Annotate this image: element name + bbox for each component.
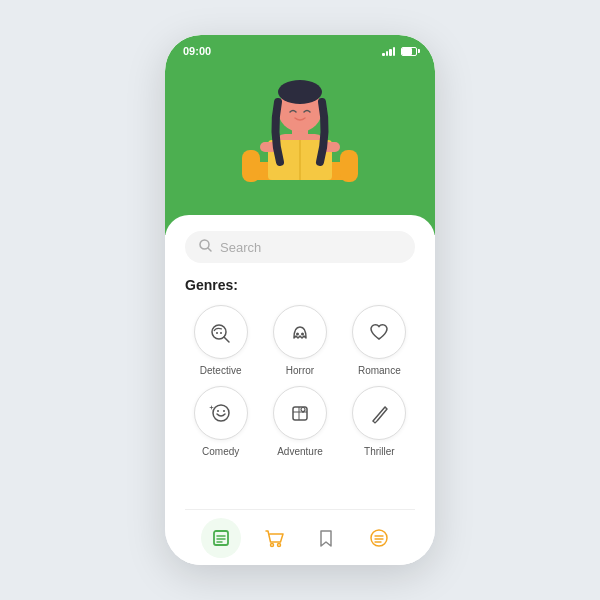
nav-item-bookmark[interactable] (306, 518, 346, 558)
svg-point-30 (371, 530, 387, 546)
content-area: Search Genres: Detec (165, 215, 435, 565)
genre-label-detective: Detective (200, 365, 242, 376)
genre-circle-adventure (273, 386, 327, 440)
svg-rect-1 (242, 150, 260, 182)
svg-point-18 (301, 333, 304, 336)
svg-line-14 (224, 337, 229, 342)
genre-circle-thriller (352, 386, 406, 440)
genre-label-adventure: Adventure (277, 446, 323, 457)
character-illustration (165, 57, 435, 212)
search-icon (199, 239, 212, 255)
genres-title: Genres: (185, 277, 415, 293)
genre-item-thriller[interactable]: Thriller (344, 386, 415, 457)
svg-point-20 (217, 410, 219, 412)
svg-point-10 (278, 80, 322, 104)
svg-point-21 (223, 410, 225, 412)
svg-rect-2 (340, 150, 358, 182)
genre-circle-detective (194, 305, 248, 359)
phone-frame: 09:00 (165, 35, 435, 565)
search-placeholder: Search (220, 240, 261, 255)
nav-item-books[interactable] (201, 518, 241, 558)
genre-item-comedy[interactable]: Comedy (185, 386, 256, 457)
svg-point-28 (270, 543, 273, 546)
genre-item-romance[interactable]: Romance (344, 305, 415, 376)
status-bar: 09:00 (165, 35, 435, 57)
genre-circle-romance (352, 305, 406, 359)
status-icons (382, 46, 417, 56)
svg-rect-24 (214, 531, 228, 545)
genre-circle-comedy (194, 386, 248, 440)
nav-item-menu[interactable] (359, 518, 399, 558)
header-bg: 09:00 (165, 35, 435, 235)
genre-item-horror[interactable]: Horror (264, 305, 335, 376)
svg-point-19 (213, 405, 229, 421)
svg-point-16 (220, 332, 222, 334)
status-time: 09:00 (183, 45, 211, 57)
svg-point-23 (301, 408, 305, 412)
svg-point-29 (277, 543, 280, 546)
genre-label-comedy: Comedy (202, 446, 239, 457)
genres-grid: Detective Horror (185, 305, 415, 457)
search-bar[interactable]: Search (185, 231, 415, 263)
genre-label-thriller: Thriller (364, 446, 395, 457)
bottom-nav (185, 509, 415, 565)
genre-label-horror: Horror (286, 365, 314, 376)
svg-point-17 (296, 333, 299, 336)
genre-item-detective[interactable]: Detective (185, 305, 256, 376)
genre-circle-horror (273, 305, 327, 359)
battery-icon (401, 47, 417, 56)
genre-item-adventure[interactable]: Adventure (264, 386, 335, 457)
nav-item-cart[interactable] (254, 518, 294, 558)
svg-point-15 (216, 332, 218, 334)
svg-line-12 (208, 248, 211, 251)
genre-label-romance: Romance (358, 365, 401, 376)
signal-icon (382, 46, 395, 56)
